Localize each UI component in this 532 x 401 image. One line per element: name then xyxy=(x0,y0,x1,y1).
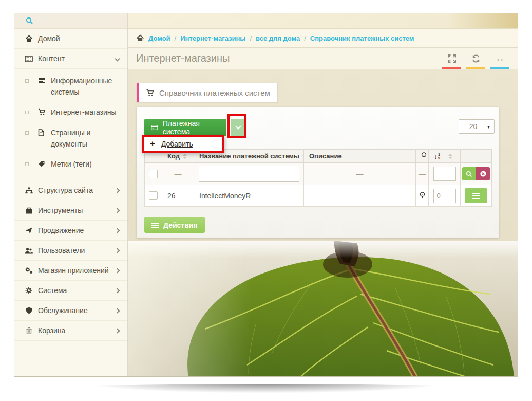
breadcrumb-link-home-goods[interactable]: все для дома xyxy=(256,34,300,42)
filter-order-input[interactable] xyxy=(433,167,456,181)
page-title-bar: Интернет-магазины ↔ xyxy=(128,48,518,69)
chevron-right-icon xyxy=(115,228,120,233)
lightbulb-icon xyxy=(421,152,427,160)
menu-item-add[interactable]: + Добавить xyxy=(144,137,222,151)
lightbulb-icon[interactable] xyxy=(420,192,425,199)
sidebar-item-label: Система xyxy=(38,286,67,295)
gear-icon xyxy=(25,287,33,294)
payment-systems-panel: Платежная система + Добавить 20 ▾ xyxy=(137,107,499,238)
resize-horizontal-button[interactable]: ↔ xyxy=(490,51,509,66)
row-checkbox[interactable] xyxy=(149,191,158,200)
filter-search-button[interactable] xyxy=(462,167,476,180)
expand-icon xyxy=(447,54,457,63)
refresh-button[interactable] xyxy=(466,51,485,66)
panel-title: Справочник платежных систем xyxy=(159,88,270,97)
filter-name-input[interactable] xyxy=(199,166,299,182)
payment-system-button-label: Платежная система xyxy=(163,119,220,136)
sidebar-item-site-structure[interactable]: Структура сайта xyxy=(14,180,127,200)
fullscreen-button[interactable] xyxy=(442,51,461,66)
sitemap-icon xyxy=(25,187,33,194)
header-description[interactable]: Описание xyxy=(304,150,416,163)
breadcrumb-separator: / xyxy=(304,34,306,42)
per-page-select[interactable]: 20 ▾ xyxy=(459,119,495,134)
sidebar-item-label: Пользователи xyxy=(38,246,85,254)
sidebar: Домой Контент Информационные системы Инт… xyxy=(14,13,128,376)
breadcrumb-link-payment-systems[interactable]: Справочник платежных систем xyxy=(310,34,414,42)
table-row: 26 IntellectMoneyR xyxy=(145,185,492,207)
breadcrumb-link-home[interactable]: Домой xyxy=(148,34,170,42)
breadcrumb-separator: / xyxy=(175,34,177,42)
sidebar-item-label: Интернет-магазины xyxy=(51,107,117,118)
main-area: Домой / Интернет-магазины / все для дома… xyxy=(128,13,518,376)
payment-system-dropdown-toggle[interactable] xyxy=(231,119,245,136)
cart-icon xyxy=(146,89,155,97)
newspaper-icon xyxy=(25,55,33,62)
sidebar-item-users[interactable]: Пользователи xyxy=(14,241,127,261)
briefcase-icon xyxy=(25,207,33,214)
table-filter-row: — — — xyxy=(145,163,492,185)
sidebar-item-pages-documents[interactable]: Страницы и документы xyxy=(14,123,127,154)
sort-carets-icon xyxy=(183,154,187,159)
payment-system-dropdown-menu: + Добавить xyxy=(142,135,224,153)
title-toolbar: ↔ xyxy=(442,51,509,66)
home-icon xyxy=(25,35,33,42)
header-sort-order[interactable]: ↓ 19 xyxy=(429,150,461,163)
chevron-right-icon xyxy=(115,308,120,313)
row-menu-button[interactable] xyxy=(465,188,487,203)
tag-icon xyxy=(38,160,46,168)
header-visibility[interactable] xyxy=(416,150,429,163)
panel-title-chip: Справочник платежных систем xyxy=(137,83,278,102)
search-icon xyxy=(466,171,472,177)
sidebar-item-tags[interactable]: Метки (теги) xyxy=(14,154,127,175)
sidebar-item-online-shops[interactable]: Интернет-магазины xyxy=(14,102,127,123)
credit-card-icon xyxy=(151,124,158,131)
menu-item-add-label: Добавить xyxy=(161,140,193,148)
sidebar-item-promotion[interactable]: Продвижение xyxy=(14,221,127,241)
breadcrumb-link-shops[interactable]: Интернет-магазины xyxy=(180,34,245,42)
chevron-right-icon xyxy=(115,188,120,193)
resize-horizontal-icon: ↔ xyxy=(495,53,505,64)
sidebar-search[interactable] xyxy=(14,13,127,29)
sidebar-item-label: Информационные системы xyxy=(51,76,122,98)
chevron-right-icon xyxy=(115,328,120,333)
chevron-right-icon xyxy=(115,248,120,253)
sidebar-item-info-systems[interactable]: Информационные системы xyxy=(14,71,127,102)
caret-down-icon: ▾ xyxy=(487,124,494,130)
send-icon xyxy=(25,227,33,234)
sidebar-item-maintenance[interactable]: Обслуживание xyxy=(14,301,127,321)
hamburger-icon xyxy=(151,222,159,229)
filter-visibility-dash: — xyxy=(419,170,426,178)
sidebar-item-label: Инструменты xyxy=(38,206,83,214)
payment-systems-table: Код Название платежной системы Описание … xyxy=(144,149,492,207)
row-order-input[interactable] xyxy=(433,189,456,203)
sidebar-content-submenu: Информационные системы Интернет-магазины… xyxy=(14,69,127,180)
chevron-right-icon xyxy=(115,208,120,213)
filter-clear-button[interactable] xyxy=(476,167,490,180)
screenshot-frame-shadow xyxy=(21,384,511,397)
chevron-right-icon xyxy=(115,268,120,273)
sidebar-item-label: Метки (теги) xyxy=(51,159,92,170)
cell-name: IntellectMoneyR xyxy=(194,185,304,207)
sidebar-item-label: Магазин приложений xyxy=(38,266,109,275)
page-title: Интернет-магазины xyxy=(136,52,230,64)
sidebar-item-label: Контент xyxy=(38,54,65,63)
sidebar-item-tools[interactable]: Инструменты xyxy=(14,200,127,221)
sidebar-item-app-store[interactable]: Магазин приложений xyxy=(14,261,127,281)
sidebar-item-content[interactable]: Контент xyxy=(14,49,127,69)
trash-icon xyxy=(25,327,33,334)
list-icon xyxy=(38,77,46,84)
circle-x-icon xyxy=(480,170,487,177)
sidebar-item-trash[interactable]: Корзина xyxy=(14,321,127,341)
admin-app-window: Домой Контент Информационные системы Инт… xyxy=(14,13,518,377)
chevron-down-icon xyxy=(115,57,120,62)
sidebar-item-label: Структура сайта xyxy=(38,186,93,194)
payment-system-split-button: Платежная система xyxy=(144,119,245,136)
payment-system-button[interactable]: Платежная система xyxy=(144,119,226,136)
cell-description xyxy=(304,185,416,207)
filter-code-dash: — xyxy=(175,170,182,178)
sidebar-item-system[interactable]: Система xyxy=(14,281,127,301)
sidebar-item-label: Страницы и документы xyxy=(51,127,122,150)
sidebar-item-home[interactable]: Домой xyxy=(14,29,127,49)
select-all-checkbox[interactable] xyxy=(149,170,158,178)
actions-button[interactable]: Действия xyxy=(144,217,205,233)
